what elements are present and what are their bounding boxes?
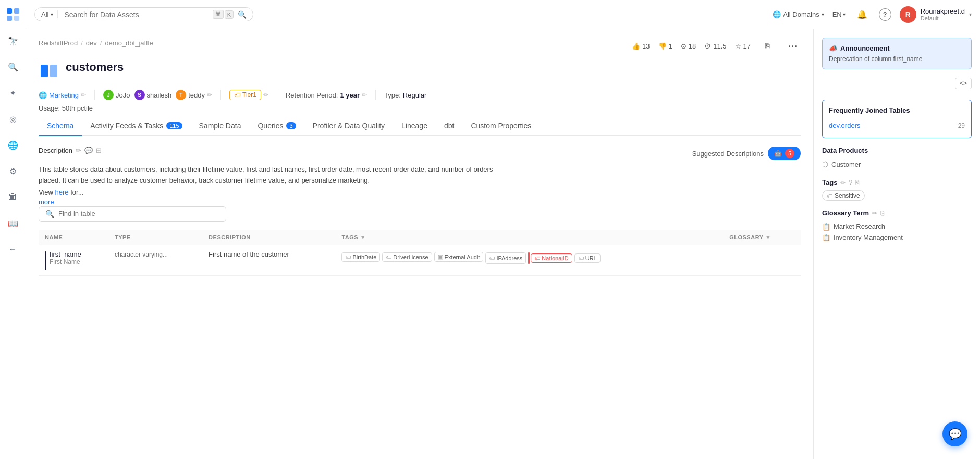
help-button[interactable]: ? [879,8,891,21]
description-expand-icon[interactable]: ⊞ [96,147,102,154]
views-stat[interactable]: ⊙ 18 [681,42,696,50]
joined-table-name[interactable]: dev.orders [829,122,860,129]
breadcrumb-dev[interactable]: dev [86,39,97,47]
tier-item[interactable]: 🏷 Tier1 ✏ [229,90,268,100]
tab-activity[interactable]: Activity Feeds & Tasks 115 [82,116,190,136]
owner-jojo-label[interactable]: JoJo [116,91,130,99]
tag-nationalid[interactable]: 🏷 NationalID [531,253,572,263]
bot-icon: 🤖 [774,150,782,157]
notifications-button[interactable]: 🔔 [854,6,871,23]
domain-selector[interactable]: 🌐 All Domains ▾ [773,10,824,18]
joined-table-count: 29 [958,122,965,129]
owners-edit-icon[interactable]: ✏ [207,91,212,99]
tab-sample[interactable]: Sample Data [191,116,250,136]
description-comment-icon[interactable]: 💬 [84,147,93,154]
logo-icon[interactable] [5,6,21,23]
breadcrumb-redshiftprod[interactable]: RedshiftProd [39,39,78,47]
tab-custom[interactable]: Custom Properties [462,116,540,136]
owner-jojo-avatar: J [103,90,114,100]
glossary-filter-icon[interactable]: ▼ [765,234,771,240]
dislikes-stat[interactable]: 👎 1 [658,42,672,50]
search-input[interactable] [64,10,208,19]
stars-stat[interactable]: ☆ 17 [735,42,751,50]
tag-ipaddress[interactable]: 🏷 IPAddress [485,252,526,264]
tab-lineage[interactable]: Lineage [393,116,436,136]
tab-schema[interactable]: Schema [39,116,82,136]
owner-shailesh-label[interactable]: shailesh [147,91,172,99]
tag-url[interactable]: 🏷 URL [574,253,601,263]
view-here-link[interactable]: here [55,188,69,196]
code-toggle-icon: <> [960,80,967,87]
tag-driverlicense-label: DriverLicense [393,254,428,260]
more-link[interactable]: more [39,198,801,206]
announcement-icon: 📣 [829,44,837,52]
tab-queries-label: Queries [258,122,283,130]
table-search[interactable]: 🔍 [39,206,226,222]
table-icon [39,61,59,81]
tags-section-header: Tags ✏ ? ⎘ [822,178,972,186]
likes-stat[interactable]: 👍 13 [632,42,650,50]
tag-icon-3: ▣ [438,253,443,260]
tags-filter-icon[interactable]: ▼ [360,234,366,240]
tags-share-icon[interactable]: ⎘ [855,179,859,186]
sensitive-tag[interactable]: 🏷 Sensitive [822,190,865,201]
meta-divider-4 [375,90,376,100]
time-stat[interactable]: ⏱ 11.5 [704,42,726,50]
more-options-button[interactable]: ⋯ [784,38,801,54]
col-header-type: TYPE [108,230,202,245]
description-edit-icon[interactable]: ✏ [76,147,81,154]
language-selector[interactable]: EN ▾ [832,10,846,18]
data-product-customer[interactable]: ⬡ Customer [822,159,972,170]
retention-edit-icon[interactable]: ✏ [362,91,367,99]
owner-teddy-label[interactable]: teddy [188,91,205,99]
glossary-item-inventory[interactable]: 📋 Inventory Management [822,232,972,243]
top-navigation: All ▾ ⌘ K 🔍 🌐 All Domains ▾ EN ▾ 🔔 [26,0,980,29]
tabs-bar: Schema Activity Feeds & Tasks 115 Sample… [39,116,801,136]
tag-externalaudit[interactable]: ▣ External Audit [434,252,484,262]
domain-edit-icon[interactable]: ✏ [81,91,86,99]
tag-url-label: URL [585,255,597,261]
tab-custom-label: Custom Properties [471,122,531,130]
meta-divider-2 [220,90,221,100]
tag-icon-2: 🏷 [386,254,391,260]
nav-admin-icon[interactable]: 🏛 [5,189,21,206]
domain-link[interactable]: Marketing [49,91,79,99]
domain-item[interactable]: 🌐 Marketing ✏ [39,91,86,99]
clock-icon: ⊙ [681,42,687,50]
tier-badge[interactable]: 🏷 Tier1 [229,90,261,100]
topnav-right: 🌐 All Domains ▾ EN ▾ 🔔 ? R Rounakpreet.d… [773,6,972,23]
code-toggle-button[interactable]: <> [955,78,972,89]
nav-settings-icon[interactable]: ⚙ [5,163,21,179]
nav-search-icon[interactable]: 🔍 [5,58,21,75]
tag-driverlicense[interactable]: 🏷 DriverLicense [382,252,432,262]
tab-dbt[interactable]: dbt [436,116,462,136]
search-icon[interactable]: 🔍 [238,10,247,19]
tags-edit-icon[interactable]: ✏ [840,179,846,186]
nav-book-icon[interactable]: 📖 [5,215,21,232]
nav-quality-icon[interactable]: ◎ [5,111,21,127]
nav-globe-icon[interactable]: 🌐 [5,137,21,153]
star-icon: ☆ [735,42,741,50]
table-header: NAME TYPE DESCRIPTION TAGS ▼ GLOSSARY ▼ [39,230,801,245]
share-button[interactable]: ⎘ [759,38,776,54]
nav-ai-icon[interactable]: ✦ [5,84,21,101]
user-menu[interactable]: R Rounakpreet.d Default ▾ [900,6,972,23]
tag-birthdate[interactable]: 🏷 BirthDate [341,252,380,262]
glossary-item-market[interactable]: 📋 Market Research [822,221,972,232]
glossary-share-icon[interactable]: ⎘ [880,210,884,217]
suggested-desc-button[interactable]: 🤖 5 [768,147,801,160]
lang-chevron-icon: ▾ [843,11,846,17]
search-bar-all-label[interactable]: All ▾ [41,10,58,18]
chatbot-button[interactable]: 💬 [942,421,967,446]
tab-profiler[interactable]: Profiler & Data Quality [304,116,394,136]
table-search-input[interactable] [58,210,219,218]
search-bar[interactable]: All ▾ ⌘ K 🔍 [34,7,253,21]
glossary-edit-icon[interactable]: ✏ [872,210,877,217]
nav-back-icon[interactable]: ← [5,241,21,258]
nav-explore-icon[interactable]: 🔭 [5,32,21,49]
tab-queries[interactable]: Queries 3 [249,116,304,136]
tier-edit-icon[interactable]: ✏ [263,91,268,99]
tags-help-icon[interactable]: ? [849,179,852,186]
breadcrumb-demo[interactable]: demo_dbt_jaffle [105,39,153,47]
tag-nationalid-label: NationalID [542,255,568,261]
